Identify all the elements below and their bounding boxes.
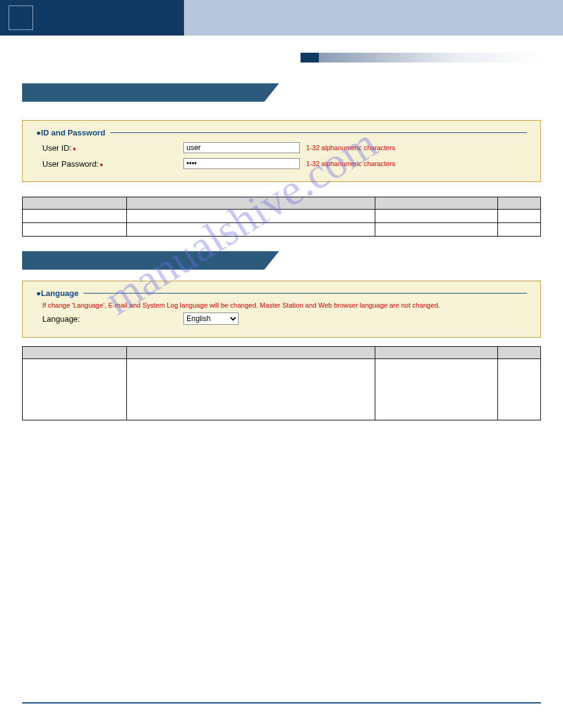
label-language: Language: [42,314,183,324]
th-default [498,347,541,359]
th-entry [23,197,127,210]
section-banner-idpw [22,83,541,102]
cell [375,223,498,237]
panel-legend-idpw: ●ID and Password [36,128,108,137]
header-left-panel [0,0,184,36]
th-setting [375,197,498,210]
th-default [498,197,541,210]
header-right-panel [184,0,563,36]
cell [498,210,541,223]
th-setting [375,347,498,359]
panel-legend-text: Language [41,289,79,298]
section-banner-language [22,251,541,270]
table-language-params [22,346,541,420]
language-warning-text: If change 'Language', E-mail and System … [36,301,527,309]
cell [498,223,541,237]
panel-legend-row: ●ID and Password [36,128,527,137]
label-user-id: User ID:♦ [42,143,183,153]
user-id-input[interactable] [183,142,300,153]
cell [375,359,498,420]
panel-legend-language: ●Language [36,289,81,298]
th-description [127,197,375,210]
legend-rule [110,132,527,133]
label-user-password-text: User Password: [42,159,99,169]
hint-user-password: 1-32 alphanumeric characters [306,160,396,167]
cell [127,223,375,237]
table-row [23,223,541,237]
label-user-id-text: User ID: [42,143,72,153]
panel-id-password: ●ID and Password User ID:♦ 1-32 alphanum… [22,120,541,182]
table-idpw-params [22,197,541,237]
subheader-gradient [319,53,541,63]
cell [127,210,375,223]
cell [23,359,127,420]
cell [375,210,498,223]
page-header [0,0,563,36]
required-icon: ♦ [100,161,103,168]
header-logo-placeholder [9,6,33,30]
form-row-user-id: User ID:♦ 1-32 alphanumeric characters [36,142,527,153]
table-row [23,210,541,223]
panel-legend-row: ●Language [36,289,527,298]
table-header-row [23,197,541,210]
form-row-language: Language: English [36,313,527,325]
language-select[interactable]: English [183,313,239,325]
user-password-input[interactable] [183,158,300,169]
section-banner-shape [22,83,264,102]
cell [23,210,127,223]
cell [498,359,541,420]
hint-user-id: 1-32 alphanumeric characters [306,144,396,151]
section-banner-shape [22,251,264,270]
cell [23,223,127,237]
th-entry [23,347,127,359]
table-header-row [23,347,541,359]
form-row-user-password: User Password:♦ 1-32 alphanumeric charac… [36,158,527,169]
footer-rule [22,702,541,703]
label-user-password: User Password:♦ [42,159,183,169]
table-row [23,359,541,420]
panel-legend-text: ID and Password [41,128,105,137]
cell [127,359,375,420]
subheader-bar [301,53,541,63]
th-description [127,347,375,359]
panel-language: ●Language If change 'Language', E-mail a… [22,281,541,338]
bullet-icon: ● [36,128,41,137]
legend-rule [83,293,527,294]
page-content: ●ID and Password User ID:♦ 1-32 alphanum… [0,83,563,420]
required-icon: ♦ [73,145,76,152]
bullet-icon: ● [36,289,41,298]
subheader-accent [301,53,319,63]
